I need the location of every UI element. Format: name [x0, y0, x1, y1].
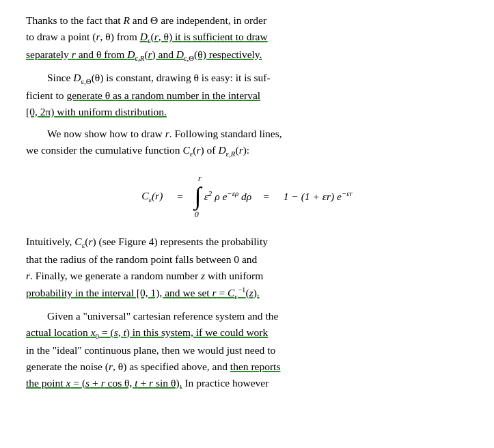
- paragraph-1: Thanks to the fact that R and Θ are inde…: [26, 12, 468, 64]
- paragraph-3: We now show how to draw r. Following sta…: [26, 126, 468, 160]
- p5-underline-reports: then reports: [230, 361, 281, 372]
- integral-lower: 0: [195, 208, 199, 221]
- p2-text: Since Dε,Θ(θ) is constant, drawing θ is …: [26, 72, 271, 117]
- paragraph-4: Intuitively, Cε(r) (see Figure 4) repres…: [26, 234, 468, 303]
- integral-symbol: ∫: [195, 185, 202, 208]
- p5-underline-point: the point x = (s + r cos θ, t + r sin θ)…: [26, 377, 182, 389]
- formula-rhs: 1 − (1 + εr) e−εr: [284, 188, 353, 205]
- p4-text: Intuitively, Cε(r) (see Figure 4) repres…: [26, 236, 268, 298]
- p5-text: Given a "universal" cartesian reference …: [26, 310, 280, 389]
- p2-underline-interval: [0, 2π) with uniform distribution.: [26, 106, 167, 117]
- paragraph-2: Since Dε,Θ(θ) is constant, drawing θ is …: [26, 70, 468, 120]
- formula-equals-1: =: [176, 188, 183, 205]
- formula-display: Cε(r) = r ∫ 0 ε2 ρ e−ερ dρ = 1 − (1 + εr…: [26, 172, 468, 221]
- p4-underline-1: probability in the interval [0, 1), and …: [26, 287, 260, 298]
- p2-underline-generate: generate θ as a random number in the int…: [66, 89, 260, 101]
- formula-equals-2: =: [262, 188, 269, 205]
- formula-integrand: ε2 ρ e−ερ dρ: [204, 188, 252, 205]
- formula-integral: r ∫ 0 ε2 ρ e−ερ dρ: [195, 172, 251, 221]
- p1-underline-2: separately r and θ from Dε,R(r) and Dε,Θ…: [26, 48, 262, 60]
- p5-underline-actual: actual location x0 = (s, t) in this syst…: [26, 326, 268, 338]
- p3-text: We now show how to draw r. Following sta…: [26, 128, 282, 156]
- p1-text: Thanks to the fact that R and Θ are inde…: [26, 14, 268, 60]
- p1-underline-1: Dε(r, θ) it is sufficient to draw: [140, 31, 268, 42]
- paragraph-5: Given a "universal" cartesian reference …: [26, 308, 468, 391]
- formula-lhs: Cε(r): [141, 188, 163, 206]
